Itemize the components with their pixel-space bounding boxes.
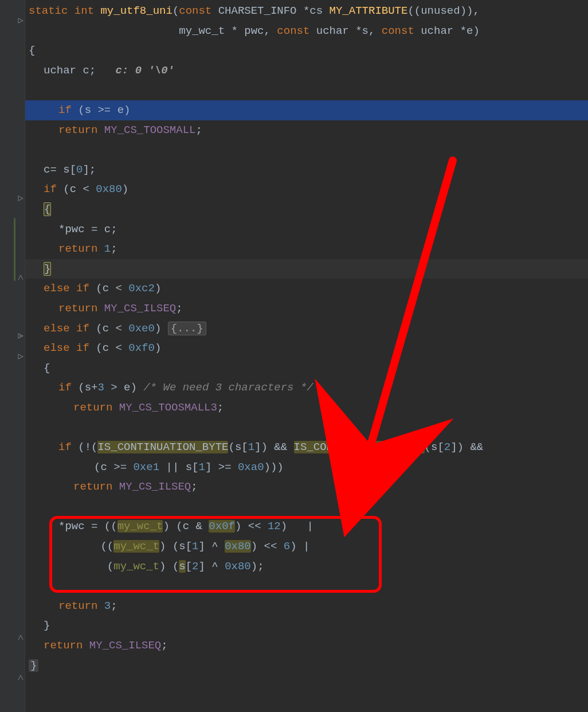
gutter (0, 0, 25, 712)
code-line: (c >= 0xe1 || s[1] >= 0xa0))) (29, 457, 588, 478)
code-line: if (c < 0x80) (29, 179, 588, 199)
code-line: return MY_CS_ILSEQ; (29, 636, 588, 656)
blank-line (29, 497, 588, 517)
fold-collapsed-icon[interactable] (17, 332, 24, 339)
code-line: my_wc_t * pwc, const uchar *s, const uch… (29, 21, 588, 41)
code-line: { (29, 41, 588, 61)
code-line: *pwc = ((my_wc_t) (c & 0x0f) << 12) | (29, 517, 588, 537)
code-line: return MY_CS_TOOSMALL; (29, 120, 588, 140)
code-line: return MY_CS_TOOSMALL3; (29, 398, 588, 418)
code-line: if (s+3 > e) /* We need 3 characters */ (29, 378, 588, 398)
code-line: if (!(IS_CONTINUATION_BYTE(s[1]) && IS_C… (29, 437, 588, 457)
code-line: uchar c; c: 0 '\0' (29, 61, 588, 81)
blank-line (29, 80, 588, 100)
code-line: return 1; (29, 239, 588, 259)
code-line: else if (c < 0xf0) (29, 338, 588, 358)
code-line: return 3; (29, 596, 588, 616)
selected-line: if (s >= e) (29, 100, 588, 120)
code-line: else if (c < 0xe0) {...} (29, 319, 588, 339)
code-line: return MY_CS_ILSEQ; (29, 299, 588, 319)
fold-toggle-icon[interactable] (17, 353, 24, 360)
code-line: { (29, 199, 588, 220)
code-line: } (29, 616, 588, 636)
folded-region[interactable]: {...} (168, 322, 206, 335)
code-line: { (29, 358, 588, 378)
code-line: static int my_utf8_uni(const CHARSET_INF… (29, 1, 588, 21)
code-content[interactable]: static int my_utf8_uni(const CHARSET_INF… (25, 0, 588, 712)
fold-toggle-icon[interactable] (17, 17, 24, 24)
blank-line (29, 576, 588, 596)
code-line: else if (c < 0xc2) (29, 279, 588, 299)
code-line: return MY_CS_ILSEQ; (29, 477, 588, 497)
blank-line (29, 417, 588, 437)
code-line: *pwc = c; (29, 220, 588, 240)
code-line: } (29, 656, 588, 676)
code-line: ((my_wc_t) (s[1] ^ 0x80) << 6) | (29, 537, 588, 557)
fold-end-icon[interactable] (17, 674, 24, 681)
code-line: (my_wc_t) (s[2] ^ 0x80); (29, 557, 588, 577)
fold-end-icon[interactable] (17, 274, 24, 281)
fold-toggle-icon[interactable] (17, 195, 24, 202)
fold-end-icon[interactable] (17, 634, 24, 641)
code-editor: static int my_utf8_uni(const CHARSET_INF… (0, 0, 588, 712)
change-marker (14, 218, 15, 281)
caret-line: } (29, 259, 588, 279)
code-line: c= s[0]; (29, 160, 588, 180)
blank-line (29, 140, 588, 160)
